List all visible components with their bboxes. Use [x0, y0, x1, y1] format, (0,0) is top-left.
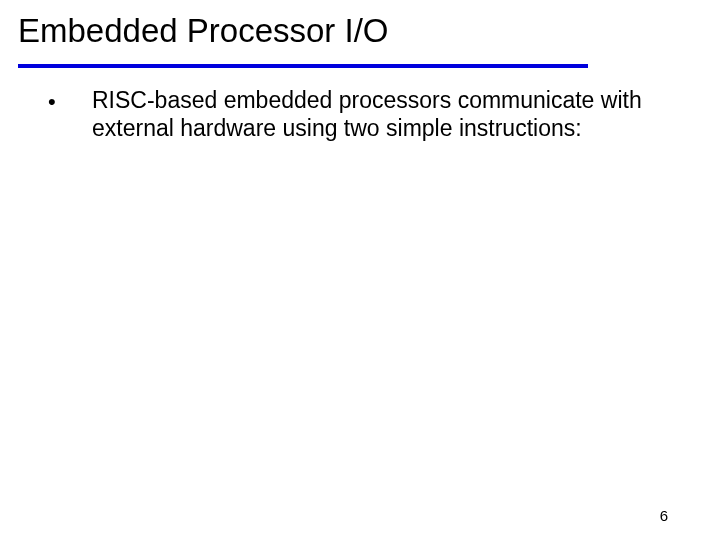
bullet-mark: •: [48, 86, 92, 116]
slide-content: • RISC-based embedded processors communi…: [0, 68, 720, 142]
slide-title: Embedded Processor I/O: [0, 0, 720, 64]
bullet-text: RISC-based embedded processors communica…: [92, 86, 652, 142]
page-number: 6: [660, 507, 668, 524]
bullet-item: • RISC-based embedded processors communi…: [48, 86, 680, 142]
